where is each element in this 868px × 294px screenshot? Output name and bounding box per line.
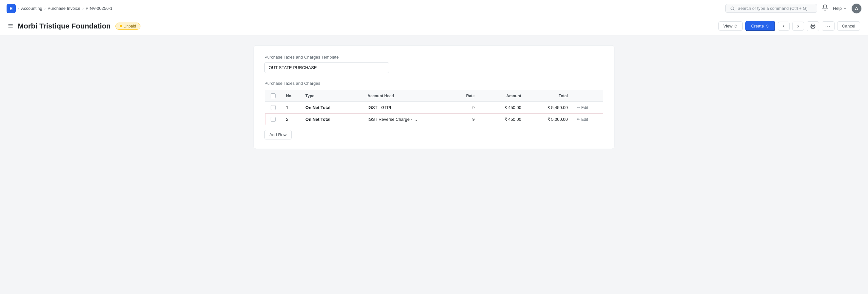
- avatar[interactable]: A: [851, 4, 862, 13]
- charges-section-label: Purchase Taxes and Charges: [265, 81, 603, 86]
- row-2-total: ₹ 5,000.00: [526, 114, 572, 125]
- chevron-updown-icon-create: [765, 24, 769, 28]
- row-1-no: 1: [281, 102, 301, 114]
- breadcrumb-accounting[interactable]: Accounting: [21, 6, 42, 11]
- row-1-edit-button[interactable]: ✏ Edit: [577, 105, 599, 110]
- search-placeholder: Search or type a command (Ctrl + G): [738, 6, 808, 11]
- table-row: 1 On Net Total IGST - GTPL 9 ₹ 450.00 ₹ …: [265, 102, 603, 114]
- status-dot: [120, 25, 122, 27]
- pencil-icon-2: ✏: [577, 117, 580, 121]
- row-1-type: On Net Total: [301, 102, 363, 114]
- svg-rect-2: [812, 27, 814, 28]
- page-header: ☰ Morbi Tristique Foundation Unpaid View…: [0, 17, 868, 35]
- page-title: Morbi Tristique Foundation: [18, 22, 111, 31]
- row-2-type: On Net Total: [301, 114, 363, 125]
- pencil-icon: ✏: [577, 105, 580, 110]
- help-label: Help: [833, 6, 842, 11]
- print-button[interactable]: [807, 21, 819, 31]
- chevron-updown-icon: [734, 24, 738, 28]
- main-content: Purchase Taxes and Charges Template OUT …: [0, 35, 868, 159]
- status-badge: Unpaid: [116, 23, 141, 30]
- row-1-action: ✏ Edit: [572, 102, 603, 114]
- next-button[interactable]: [792, 22, 804, 31]
- svg-line-1: [734, 9, 735, 10]
- col-header-no: No.: [281, 90, 301, 102]
- row-2-action: ✏ Edit: [572, 114, 603, 125]
- app-logo[interactable]: E: [6, 4, 16, 13]
- row-1-checkbox[interactable]: [271, 105, 276, 110]
- page-header-left: ☰ Morbi Tristique Foundation Unpaid: [8, 22, 141, 31]
- chevron-right-icon: [796, 24, 800, 29]
- row-2-rate: 9: [448, 114, 479, 125]
- row-1-total: ₹ 5,450.00: [526, 102, 572, 114]
- template-field[interactable]: OUT STATE PURCHASE: [265, 62, 389, 73]
- row-2-checkbox[interactable]: [271, 117, 276, 122]
- form-card: Purchase Taxes and Charges Template OUT …: [254, 45, 614, 149]
- charges-table: No. Type Account Head Rate Amount Total: [265, 90, 603, 125]
- breadcrumb-purchase-invoice[interactable]: Purchase Invoice: [48, 6, 81, 11]
- nav-left: E › Accounting › Purchase Invoice › PINV…: [6, 4, 113, 13]
- cancel-button[interactable]: Cancel: [837, 21, 860, 31]
- table-row: 2 On Net Total IGST Reverse Charge - ...…: [265, 114, 603, 125]
- row-2-amount: ₹ 450.00: [479, 114, 526, 125]
- col-header-rate: Rate: [448, 90, 479, 102]
- sep-1: ›: [18, 6, 19, 11]
- status-label: Unpaid: [124, 24, 136, 29]
- row-2-no: 2: [281, 114, 301, 125]
- col-header-account: Account Head: [363, 90, 448, 102]
- print-icon: [810, 24, 815, 29]
- row-1-rate: 9: [448, 102, 479, 114]
- breadcrumb-current: PINV-00256-1: [86, 6, 113, 11]
- row-2-edit-button[interactable]: ✏ Edit: [577, 117, 599, 122]
- help-button[interactable]: Help: [833, 6, 847, 11]
- row-1-account: IGST - GTPL: [363, 102, 448, 114]
- prev-button[interactable]: [778, 22, 789, 31]
- search-icon: [730, 6, 735, 11]
- sidebar-toggle-icon[interactable]: ☰: [8, 23, 13, 30]
- sep-3: ›: [82, 6, 84, 11]
- col-header-amount: Amount: [479, 90, 526, 102]
- nav-right: Search or type a command (Ctrl + G) Help…: [725, 4, 862, 13]
- select-all-checkbox[interactable]: [271, 93, 276, 98]
- sep-2: ›: [44, 6, 45, 11]
- page-header-right: View Create ··· Cancel: [718, 21, 860, 31]
- notification-bell-icon[interactable]: [822, 4, 828, 12]
- col-header-total: Total: [526, 90, 572, 102]
- col-header-action: [572, 90, 603, 102]
- col-header-type: Type: [301, 90, 363, 102]
- search-bar[interactable]: Search or type a command (Ctrl + G): [725, 4, 817, 13]
- view-button[interactable]: View: [718, 21, 743, 31]
- top-nav: E › Accounting › Purchase Invoice › PINV…: [0, 0, 868, 17]
- row-2-account: IGST Reverse Charge - ...: [363, 114, 448, 125]
- row-1-amount: ₹ 450.00: [479, 102, 526, 114]
- create-button[interactable]: Create: [745, 21, 775, 31]
- more-options-button[interactable]: ···: [822, 21, 835, 31]
- chevron-left-icon: [781, 24, 786, 29]
- chevron-down-icon: [843, 6, 847, 10]
- add-row-button[interactable]: Add Row: [265, 130, 291, 140]
- template-label: Purchase Taxes and Charges Template: [265, 55, 603, 60]
